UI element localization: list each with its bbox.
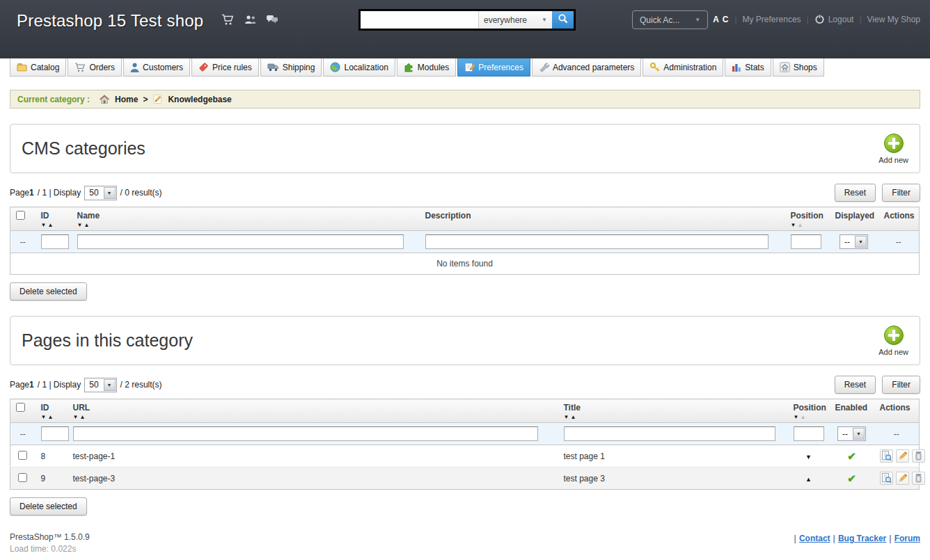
tab-price-rules[interactable]: Price rules	[191, 58, 259, 77]
breadcrumb-label: Current category :	[17, 95, 90, 104]
tab-advanced-parameters[interactable]: Advanced parameters	[532, 58, 641, 77]
reset-button[interactable]: Reset	[835, 376, 876, 394]
sort-asc-icon[interactable]: ▲	[47, 222, 53, 228]
select-all-checkbox[interactable]	[16, 403, 25, 412]
tab-shipping[interactable]: Shipping	[260, 58, 322, 77]
sort-desc-icon[interactable]: ▼	[73, 414, 79, 420]
add-new-page-button[interactable]: Add new	[878, 325, 908, 356]
sort-desc-icon[interactable]: ▼	[564, 414, 569, 420]
breadcrumb-home-link[interactable]: Home	[115, 95, 138, 104]
puzzle-icon	[404, 62, 414, 72]
filter-description-input[interactable]	[425, 234, 769, 249]
cell-id: 8	[36, 445, 68, 467]
filter-position-input[interactable]	[791, 234, 821, 249]
chevron-down-icon: ▼	[542, 17, 547, 23]
chevron-down-icon: ▼	[855, 236, 867, 248]
tab-catalog[interactable]: Catalog	[10, 58, 66, 77]
enabled-check-icon[interactable]: ✔	[847, 450, 856, 462]
my-preferences-link[interactable]: My Preferences	[743, 15, 801, 24]
filter-button[interactable]: Filter	[882, 376, 920, 394]
row-actions	[880, 449, 914, 463]
truck-icon	[267, 63, 279, 72]
filter-url-input[interactable]	[73, 426, 538, 441]
filter-enabled-select[interactable]: -- ▼	[837, 426, 866, 441]
tab-shops[interactable]: Shops	[773, 58, 824, 77]
tab-localization[interactable]: Localization	[323, 58, 395, 77]
page-total: / 1 | Display	[38, 380, 81, 390]
filter-title-input[interactable]	[564, 426, 776, 441]
separator: |	[859, 15, 861, 24]
bug-tracker-link[interactable]: Bug Tracker	[838, 534, 886, 543]
view-my-shop-link[interactable]: View My Shop	[867, 15, 920, 24]
cms-categories-table: ID ▼▲ Name ▼▲ Description Position ▼▲ Di…	[10, 207, 920, 275]
select-all-checkbox[interactable]	[16, 211, 25, 220]
tab-modules[interactable]: Modules	[397, 58, 456, 77]
sort-asc-icon[interactable]: ▲	[800, 414, 805, 420]
forum-link[interactable]: Forum	[894, 534, 920, 543]
contact-link[interactable]: Contact	[799, 534, 830, 543]
row-checkbox[interactable]	[18, 451, 27, 460]
folder-icon	[17, 63, 27, 72]
filter-position-input[interactable]	[794, 426, 824, 441]
cell-url: test-page-3	[68, 467, 558, 490]
row-checkbox[interactable]	[18, 473, 27, 482]
sort-asc-icon[interactable]: ▲	[84, 222, 89, 228]
reset-button[interactable]: Reset	[835, 184, 876, 202]
filter-name-input[interactable]	[77, 234, 404, 249]
move-down-arrow[interactable]: ▼	[805, 454, 812, 461]
page-size-select[interactable]: 50 ▼	[84, 378, 116, 392]
cart-icon[interactable]	[221, 14, 235, 26]
wrench-icon	[539, 62, 549, 72]
sort-asc-icon[interactable]: ▲	[47, 414, 53, 420]
quick-access-dropdown[interactable]: Quick Ac... ▼	[632, 10, 708, 29]
delete-icon[interactable]	[912, 472, 925, 485]
pagination: Page 1 / 1 | Display 50 ▼ / 0 result(s)	[10, 186, 166, 200]
sort-desc-icon[interactable]: ▼	[794, 414, 799, 420]
add-new-category-button[interactable]: Add new	[878, 133, 908, 164]
page-size-select[interactable]: 50 ▼	[84, 186, 116, 200]
delete-icon[interactable]	[912, 449, 925, 463]
pagination: Page 1 / 1 | Display 50 ▼ / 2 result(s)	[10, 378, 166, 392]
customers-icon[interactable]	[244, 15, 257, 25]
sort-desc-icon[interactable]: ▼	[791, 222, 796, 228]
move-up-arrow[interactable]: ▲	[805, 476, 812, 483]
filter-buttons: Reset Filter	[835, 376, 920, 394]
tab-customers[interactable]: Customers	[123, 58, 190, 77]
tab-label: Administration	[663, 63, 716, 72]
delete-selected-button[interactable]: Delete selected	[10, 497, 87, 515]
edit-icon[interactable]	[896, 472, 909, 485]
row-actions	[880, 472, 914, 485]
tab-preferences[interactable]: Preferences	[457, 58, 530, 77]
tab-administration[interactable]: Administration	[643, 58, 723, 77]
filter-displayed-select[interactable]: -- ▼	[840, 234, 868, 249]
tab-orders[interactable]: Orders	[68, 58, 122, 77]
delete-selected-button[interactable]: Delete selected	[10, 282, 87, 301]
sort-asc-icon[interactable]: ▲	[79, 414, 85, 420]
tab-label: Stats	[745, 63, 764, 72]
footer: PrestaShop™ 1.5.0.9 Load time: 0.022s | …	[10, 532, 920, 554]
tab-label: Customers	[143, 63, 183, 72]
search-button[interactable]	[552, 11, 574, 29]
edit-icon[interactable]	[896, 449, 909, 463]
filter-id-input[interactable]	[41, 234, 69, 249]
filter-row: -- -- ▼ --	[10, 231, 920, 253]
search-input[interactable]	[361, 11, 478, 29]
sort-desc-icon[interactable]: ▼	[77, 222, 83, 228]
column-position: Position	[794, 403, 826, 413]
view-icon[interactable]	[880, 449, 893, 463]
sort-asc-icon[interactable]: ▲	[797, 222, 803, 228]
messages-icon[interactable]	[266, 15, 278, 25]
enabled-check-icon[interactable]: ✔	[847, 472, 856, 484]
cms-categories-toolbar: Page 1 / 1 | Display 50 ▼ / 0 result(s) …	[10, 184, 920, 202]
sort-desc-icon[interactable]: ▼	[41, 414, 47, 420]
chevron-down-icon: ▼	[853, 428, 865, 440]
filter-button[interactable]: Filter	[882, 184, 920, 202]
tab-stats[interactable]: Stats	[725, 58, 771, 77]
global-search: everywhere ▼	[358, 9, 576, 31]
search-scope-select[interactable]: everywhere ▼	[478, 11, 552, 29]
view-icon[interactable]	[880, 472, 893, 485]
sort-asc-icon[interactable]: ▲	[570, 414, 576, 420]
sort-desc-icon[interactable]: ▼	[41, 222, 47, 228]
logout-link[interactable]: Logout	[828, 15, 854, 24]
filter-id-input[interactable]	[41, 426, 69, 441]
